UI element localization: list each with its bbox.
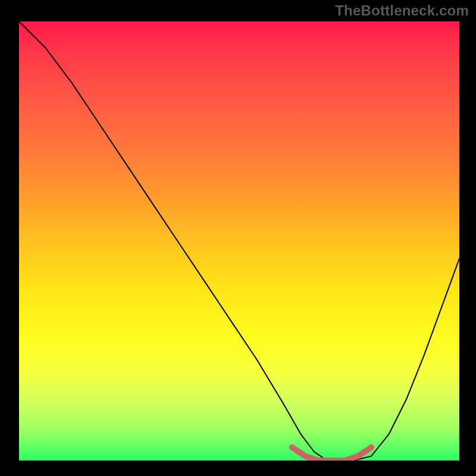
plot-area [19,21,459,461]
watermark-text: TheBottleneck.com [335,2,469,19]
chart-container: TheBottleneck.com [0,0,476,476]
trough-marker [19,21,459,461]
